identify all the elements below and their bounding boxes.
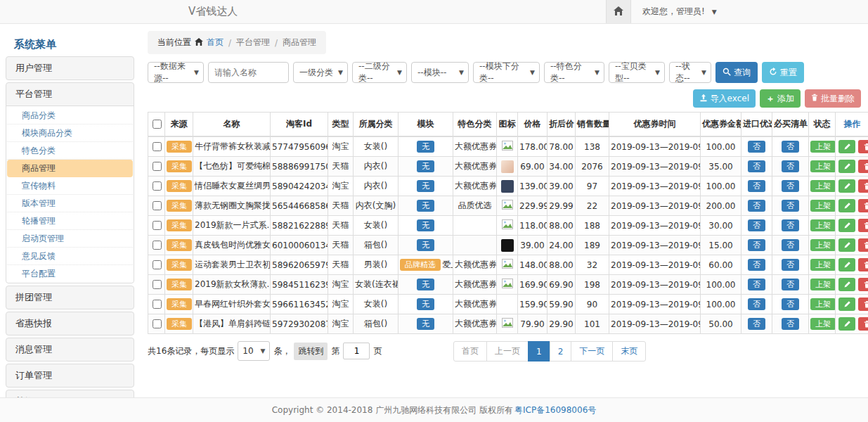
edit-button[interactable] xyxy=(838,238,855,252)
must-buy-badge[interactable]: 否 xyxy=(782,219,799,232)
row-checkbox[interactable] xyxy=(153,201,162,210)
must-buy-badge[interactable]: 否 xyxy=(782,318,799,331)
breadcrumb-home-link[interactable]: 首页 xyxy=(207,37,224,49)
status-badge[interactable]: 上架 xyxy=(810,298,836,311)
import-select-badge[interactable]: 否 xyxy=(748,160,765,173)
import-select-badge[interactable]: 否 xyxy=(748,219,765,232)
sidebar-section-header[interactable]: 省惠快报 xyxy=(6,312,134,335)
filter-select[interactable]: --状态--▼ xyxy=(669,62,711,83)
row-checkbox[interactable] xyxy=(153,241,162,250)
must-buy-badge[interactable]: 否 xyxy=(782,239,799,252)
sidebar-item[interactable]: 商品分类 xyxy=(7,107,133,124)
must-buy-badge[interactable]: 否 xyxy=(782,200,799,212)
row-checkbox[interactable] xyxy=(153,319,162,328)
delete-button[interactable] xyxy=(858,317,868,331)
sidebar-item[interactable]: 模块商品分类 xyxy=(7,124,133,142)
must-buy-badge[interactable]: 否 xyxy=(782,180,799,193)
import-select-badge[interactable]: 否 xyxy=(748,180,765,193)
delete-button[interactable] xyxy=(858,140,868,153)
per-page-select[interactable]: 10 ▼ xyxy=(238,341,270,361)
status-badge[interactable]: 上架 xyxy=(810,160,836,173)
must-buy-badge[interactable]: 否 xyxy=(782,279,799,291)
import-select-badge[interactable]: 否 xyxy=(748,279,765,291)
delete-button[interactable] xyxy=(858,258,868,271)
row-checkbox[interactable] xyxy=(153,162,162,171)
status-badge[interactable]: 上架 xyxy=(810,318,836,331)
must-buy-badge[interactable]: 否 xyxy=(782,298,799,311)
filter-select[interactable]: --模块下分类--▼ xyxy=(473,62,540,83)
import-select-badge[interactable]: 否 xyxy=(748,298,765,311)
row-checkbox[interactable] xyxy=(153,142,162,151)
import-select-badge[interactable]: 否 xyxy=(748,200,765,212)
sidebar-item[interactable]: 启动页管理 xyxy=(7,230,133,248)
must-buy-badge[interactable]: 否 xyxy=(782,259,799,271)
sidebar-item[interactable]: 商品管理 xyxy=(7,160,133,177)
edit-button[interactable] xyxy=(838,219,855,232)
sidebar-item[interactable]: 轮播管理 xyxy=(7,212,133,230)
edit-button[interactable] xyxy=(838,317,855,331)
filter-select[interactable]: --宝贝类型--▼ xyxy=(609,62,665,83)
page-number-input[interactable] xyxy=(343,343,370,359)
edit-button[interactable] xyxy=(838,179,855,193)
edit-button[interactable] xyxy=(838,258,855,271)
must-buy-badge[interactable]: 否 xyxy=(782,141,799,153)
sidebar-section-header[interactable]: 用户管理 xyxy=(6,57,134,79)
add-button[interactable]: ＋ 添加 xyxy=(760,89,801,108)
sidebar-section-header[interactable]: 拼团管理 xyxy=(6,286,134,309)
filter-select[interactable]: --二级分类--▼ xyxy=(352,62,407,83)
row-checkbox[interactable] xyxy=(153,181,162,191)
pagination-button[interactable]: 上一页 xyxy=(486,341,529,362)
delete-button[interactable] xyxy=(858,160,868,173)
filter-select[interactable]: --模块--▼ xyxy=(411,62,469,83)
sidebar-section-header[interactable]: 平台管理 xyxy=(6,83,134,106)
status-badge[interactable]: 上架 xyxy=(810,200,836,212)
delete-button[interactable] xyxy=(858,179,868,193)
filter-select[interactable]: 一级分类▼ xyxy=(293,62,348,83)
status-badge[interactable]: 上架 xyxy=(810,141,836,153)
sidebar-section-header[interactable]: 消息管理 xyxy=(6,338,134,361)
pagination-button[interactable]: 1 xyxy=(528,341,550,362)
status-badge[interactable]: 上架 xyxy=(810,180,836,193)
edit-button[interactable] xyxy=(838,278,855,291)
reset-button[interactable]: 重置 xyxy=(762,62,804,83)
filter-select[interactable]: --特色分类--▼ xyxy=(544,62,604,83)
row-checkbox[interactable] xyxy=(153,280,162,289)
status-badge[interactable]: 上架 xyxy=(810,259,836,271)
user-menu[interactable]: 欢迎您，管理员! ▼ xyxy=(642,6,717,18)
sidebar-item[interactable]: 特色分类 xyxy=(7,142,133,160)
edit-button[interactable] xyxy=(838,140,855,153)
must-buy-badge[interactable]: 否 xyxy=(782,160,799,173)
row-checkbox[interactable] xyxy=(153,221,162,230)
pagination-button[interactable]: 下一页 xyxy=(571,341,613,362)
home-button[interactable] xyxy=(606,0,631,23)
row-checkbox[interactable] xyxy=(153,260,162,269)
sidebar-section-header[interactable]: 订单管理 xyxy=(6,364,134,387)
edit-button[interactable] xyxy=(838,199,855,212)
select-all-checkbox[interactable] xyxy=(153,120,162,129)
delete-button[interactable] xyxy=(858,278,868,291)
pagination-button[interactable]: 首页 xyxy=(453,341,487,362)
import-select-badge[interactable]: 否 xyxy=(748,239,765,252)
query-button[interactable]: 查询 xyxy=(715,62,758,83)
name-search-input[interactable] xyxy=(208,62,289,83)
status-badge[interactable]: 上架 xyxy=(810,219,836,232)
jump-to-button[interactable]: 跳转到 xyxy=(294,343,328,360)
sidebar-item[interactable]: 版本管理 xyxy=(7,195,133,212)
delete-button[interactable] xyxy=(858,298,868,311)
import-select-badge[interactable]: 否 xyxy=(748,318,765,331)
import-excel-button[interactable]: 导入excel xyxy=(693,89,756,108)
import-select-badge[interactable]: 否 xyxy=(748,259,765,271)
data-source-select[interactable]: --数据来源-- ▼ xyxy=(148,62,204,83)
delete-button[interactable] xyxy=(858,238,868,252)
delete-button[interactable] xyxy=(858,199,868,212)
edit-button[interactable] xyxy=(838,160,855,173)
status-badge[interactable]: 上架 xyxy=(810,239,836,252)
delete-button[interactable] xyxy=(858,219,868,232)
sidebar-item[interactable]: 宣传物料 xyxy=(7,177,133,195)
sidebar-item[interactable]: 意见反馈 xyxy=(7,248,133,265)
batch-delete-button[interactable]: 批量删除 xyxy=(805,89,861,108)
pagination-button[interactable]: 末页 xyxy=(612,341,646,362)
status-badge[interactable]: 上架 xyxy=(810,279,836,291)
row-checkbox[interactable] xyxy=(153,300,162,309)
icp-link[interactable]: 粤ICP备16098006号 xyxy=(514,404,596,416)
